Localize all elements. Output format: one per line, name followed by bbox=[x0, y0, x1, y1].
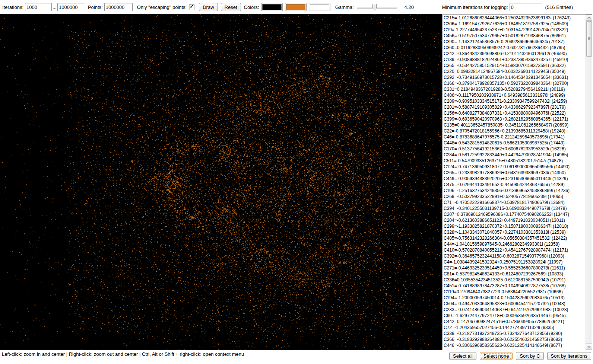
log-entry[interactable]: C139=-0.9089888182024861+0.2337385436347… bbox=[444, 57, 585, 63]
log-entry[interactable]: C4=-1.0384439241532324+0.250751911538289… bbox=[444, 259, 585, 265]
color-white bbox=[310, 4, 329, 10]
color-orange bbox=[286, 4, 305, 10]
log-entry[interactable]: C124=-0.7471360509318072-0.0618900006650… bbox=[444, 164, 585, 170]
log-entry[interactable]: C220=0.09832814124867584-0.6032269014122… bbox=[444, 68, 585, 74]
gamma-label: Gamma: bbox=[335, 4, 354, 10]
entries-count: (516 Entries) bbox=[545, 4, 573, 10]
color-swatch-highlight[interactable] bbox=[309, 3, 330, 11]
log-entry[interactable]: C449=-0.9059394383920205+0.2316530666501… bbox=[444, 176, 585, 182]
log-entry[interactable]: C442=0.14706790982474516+0.5786039455778… bbox=[444, 319, 585, 325]
log-entry[interactable]: C392=-0.3646575232441158-0.6032871549377… bbox=[444, 253, 585, 259]
log-entry[interactable]: C299=-1.1933825821870372+0.1587180030083… bbox=[444, 223, 585, 229]
log-entry[interactable]: C119=0.2709464073827723-0.58364422055279… bbox=[444, 289, 585, 295]
log-entry[interactable]: C71=-0.47052222916668374-0.5397818174906… bbox=[444, 199, 585, 205]
log-entry[interactable]: C511=-0.5479093351263715+0.4805182201751… bbox=[444, 158, 585, 164]
log-entry[interactable]: C394=-0.34012255031139715-0.609083344907… bbox=[444, 205, 585, 211]
log-entry[interactable]: C81=-0.5379824548624133+0.61248072392675… bbox=[444, 271, 585, 277]
log-entry[interactable]: C269=-0.503799233522991+0.52405778196052… bbox=[444, 194, 585, 199]
log-entry[interactable]: C504=-0.4947033064895323+0.6006454115720… bbox=[444, 301, 585, 307]
log-entry[interactable]: C72=-1.204359557027456-0.144277439711324… bbox=[444, 325, 585, 331]
colors-label: Colors: bbox=[244, 4, 259, 10]
scrollbar-grip-icon bbox=[588, 37, 590, 40]
reset-button[interactable]: Reset bbox=[221, 3, 241, 11]
log-entry[interactable]: C44=-1.041015659897645-0.246628023499330… bbox=[444, 241, 585, 247]
scrollbar-thumb[interactable] bbox=[586, 21, 592, 57]
iterations-label: Iterations: bbox=[2, 4, 23, 10]
sort-by-c-button[interactable]: Sort by C bbox=[516, 352, 543, 360]
log-entry[interactable]: C194=-1.200000597450014-0.15042825602083… bbox=[444, 295, 585, 301]
range-separator: ... bbox=[53, 4, 57, 10]
log-panel: C215=-1.0126860826444066+0.2502432352389… bbox=[443, 14, 592, 350]
log-entry[interactable]: C106=-1.2516327534249356-0.0139696534538… bbox=[444, 188, 585, 194]
log-entry[interactable]: C339=-0.2187731937349735-0.7324377643712… bbox=[444, 331, 585, 336]
log-entry[interactable]: C331=0.21849483672019288-0.5288279456419… bbox=[444, 86, 585, 92]
log-entry[interactable]: C22=-0.8705472018155966+0.21393685311329… bbox=[444, 128, 585, 134]
escaping-points-checkbox[interactable]: ✓ bbox=[189, 4, 194, 10]
log-entry[interactable]: C135=0.40113652457850835+0.3451106126566… bbox=[444, 122, 585, 128]
status-bar: Left-click: zoom in and center | Right-c… bbox=[2, 351, 244, 357]
log-entry[interactable]: C201=-0.5887419109305829+0.4336629792347… bbox=[444, 104, 585, 110]
log-entry[interactable]: C336=0.10355354234513525-0.6120881587590… bbox=[444, 277, 585, 283]
gamma-slider[interactable] bbox=[357, 3, 397, 11]
log-entry[interactable]: C170=-0.5137756419215362+0.6006782333953… bbox=[444, 146, 585, 152]
log-entry[interactable]: C292=-0.7349166973015728+0.1464534029134… bbox=[444, 74, 585, 80]
log-entry[interactable]: C486=-0.1117950203938971+0.6493985613831… bbox=[444, 92, 585, 98]
log-entry[interactable]: C233=-0.07414869044140637+0.647419762990… bbox=[444, 307, 585, 313]
log-entry[interactable]: C90=-1.6297244779724718+0.00095359264351… bbox=[444, 313, 585, 319]
buddhabrot-app: Iterations: ... Points: Only "escaping" … bbox=[0, 0, 593, 364]
action-buttons: Select all Select none Sort by C Sort by… bbox=[449, 352, 591, 360]
log-entry[interactable]: C410=-0.5702870840055212+0.4541276792898… bbox=[444, 247, 585, 253]
select-none-button[interactable]: Select none bbox=[480, 352, 513, 360]
gamma-slider-thumb[interactable] bbox=[372, 3, 377, 12]
chevron-down-icon bbox=[587, 346, 591, 348]
log-entry[interactable]: C399=-0.6936590420970963+0.2682162956085… bbox=[444, 116, 585, 122]
iterations-max-input[interactable] bbox=[57, 3, 84, 11]
log-entry[interactable]: C366=-0.3183292988264883-0.6225546031468… bbox=[444, 336, 585, 342]
log-entry[interactable]: C207=0.37869012469596086+0.1774075409026… bbox=[444, 211, 585, 217]
slider-thumb-icon bbox=[372, 3, 377, 11]
log-entry[interactable]: C19=-1.2277446542375237+0.10315472991420… bbox=[444, 27, 585, 33]
iterations-min-input[interactable] bbox=[25, 3, 52, 11]
log-entry[interactable]: C365=-0.5344275851529154+0.5883070158373… bbox=[444, 63, 585, 68]
log-scrollbar[interactable] bbox=[586, 15, 592, 350]
draw-button[interactable]: Draw bbox=[199, 3, 218, 11]
log-entry[interactable]: C448=-0.5432815514820615-0.5662105308987… bbox=[444, 140, 585, 146]
log-entry[interactable]: C446=-0.3006396858365623-0.6231225414146… bbox=[444, 342, 585, 348]
log-entry-list: C215=-1.0126860826444066+0.2502432352389… bbox=[444, 15, 585, 349]
gamma-value: 4.20 bbox=[405, 4, 414, 10]
log-entry[interactable]: C328=-1.1043343071840057+0.2274103381353… bbox=[444, 229, 585, 235]
log-entry[interactable]: C360=0.011928809509939242-0.632781766286… bbox=[444, 45, 585, 51]
fractal-canvas[interactable] bbox=[0, 14, 442, 350]
log-entry[interactable]: C242=-0.8644842394698806-0.2101143236012… bbox=[444, 51, 585, 57]
log-entry[interactable]: C456=-0.5197507534779657+0.5018287193846… bbox=[444, 33, 585, 39]
color-swatch-background[interactable] bbox=[261, 3, 283, 11]
color-swatch-mid[interactable] bbox=[285, 3, 307, 11]
log-entry[interactable]: C284=-0.5817259922833449+0.4429479002874… bbox=[444, 152, 585, 158]
log-entry[interactable]: C475=-0.629444103491652-0.44508542443637… bbox=[444, 182, 585, 188]
log-entry[interactable]: C166=-0.37904178928357135+0.592732203984… bbox=[444, 80, 585, 86]
log-entry[interactable]: C390=-1.143212455363576-0.20492865966645… bbox=[444, 39, 585, 45]
log-entry[interactable]: C306=-1.1691547792677626+0.1848518197587… bbox=[444, 21, 585, 27]
log-entry[interactable]: C271=-0.4469325239514459+0.5552536607800… bbox=[444, 265, 585, 271]
scrollbar-up-button[interactable] bbox=[586, 15, 592, 21]
escaping-points-label: Only "escaping" points: bbox=[137, 4, 187, 10]
log-entry[interactable]: C46=-0.8783688647976575-0.22124259640573… bbox=[444, 134, 585, 140]
log-entry[interactable]: C265=-0.2333982977886926+0.6481639389597… bbox=[444, 170, 585, 176]
chevron-up-icon bbox=[587, 17, 591, 19]
checkmark-icon: ✓ bbox=[190, 4, 194, 9]
log-entry[interactable]: C215=-1.0126860826444066+0.2502432352389… bbox=[444, 15, 585, 21]
log-entry[interactable]: C204=-0.6213603886651122+0.4497191833034… bbox=[444, 217, 585, 223]
log-entry[interactable]: C451=-0.7418898978473287+0.1049940827877… bbox=[444, 283, 585, 289]
log-entry[interactable]: C289=-0.9095103334515171-0.2330934759924… bbox=[444, 98, 585, 104]
points-input[interactable] bbox=[104, 3, 133, 11]
toolbar: Iterations: ... Points: Only "escaping" … bbox=[0, 0, 593, 14]
log-entry[interactable]: C156=-0.6408277384837331+0.4153888089496… bbox=[444, 110, 585, 116]
points-label: Points: bbox=[88, 4, 103, 10]
sort-by-iterations-button[interactable]: Sort by Iterations bbox=[547, 352, 591, 360]
log-entry[interactable]: C485=-0.7563142328266304-0.0565038435745… bbox=[444, 235, 585, 241]
scrollbar-down-button[interactable] bbox=[586, 344, 592, 350]
logging-controls: Minimum iterations for logging: (516 Ent… bbox=[441, 3, 573, 11]
min-iterations-label: Minimum iterations for logging: bbox=[442, 4, 508, 10]
select-all-button[interactable]: Select all bbox=[449, 352, 476, 360]
min-iterations-input[interactable] bbox=[510, 3, 542, 11]
